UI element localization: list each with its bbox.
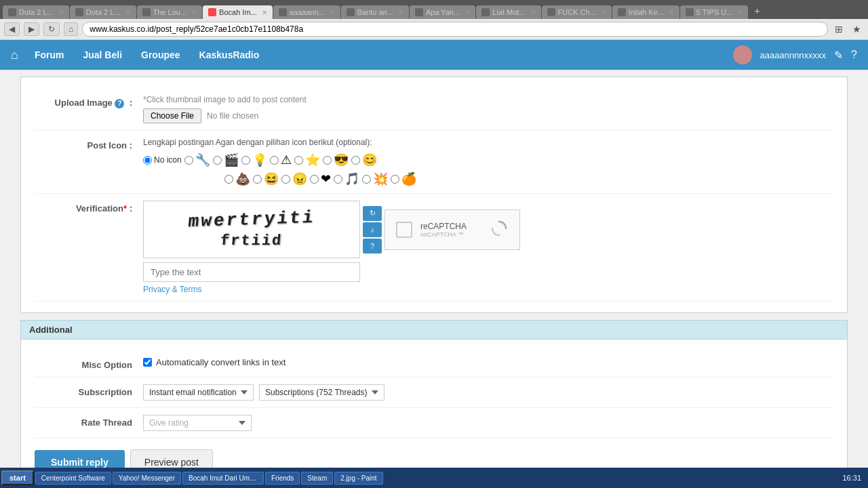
- laugh-icon: 😆: [264, 171, 279, 186]
- taskbar-item-4[interactable]: Steam: [301, 472, 333, 485]
- recaptcha-checkbox[interactable]: [396, 222, 412, 238]
- captcha-refresh-button[interactable]: ↻: [363, 206, 382, 221]
- rate-thread-content: Give rating: [143, 415, 833, 431]
- rate-thread-row: Rate Thread Give rating: [35, 408, 833, 439]
- film-icon: 🎬: [224, 152, 239, 167]
- radio-orange[interactable]: [391, 175, 399, 184]
- content-panel: Upload Image ? : *Click thumbnail image …: [20, 77, 848, 313]
- icon-warn[interactable]: ⚠: [270, 152, 292, 167]
- icon-cool[interactable]: 😎: [323, 152, 349, 167]
- edit-icon[interactable]: ✎: [834, 49, 843, 62]
- browser-tab-3[interactable]: Bocah Im...✕: [203, 5, 273, 19]
- auto-convert-checkbox[interactable]: [143, 358, 152, 367]
- nav-jualbeli[interactable]: Jual Beli: [80, 49, 125, 60]
- taskbar-item-0[interactable]: Centerpoint Software: [35, 472, 111, 485]
- upload-image-row: Upload Image ? : *Click thumbnail image …: [35, 88, 833, 131]
- username: aaaaannnnxxxxx: [760, 50, 827, 60]
- icon-fire[interactable]: 💥: [362, 171, 388, 186]
- music-icon: 🎵: [344, 171, 359, 186]
- taskbar-item-5[interactable]: 2.jpg - Paint: [334, 472, 382, 485]
- browser-tab-9[interactable]: Inilah Ke...✕: [612, 5, 679, 19]
- icon-smile[interactable]: 😊: [351, 152, 377, 167]
- subscription-threads-select[interactable]: Subscriptions (752 Threads): [259, 384, 384, 401]
- rate-thread-select[interactable]: Give rating: [143, 415, 252, 431]
- subscription-type-select[interactable]: Instant email notification: [143, 384, 254, 401]
- nav-kaskusradio[interactable]: KaskusRadio: [197, 49, 262, 60]
- icon-film[interactable]: 🎬: [213, 152, 239, 167]
- angry-icon: 😠: [292, 171, 307, 186]
- browser-tab-5[interactable]: Bantu an...✕: [341, 5, 409, 19]
- captcha-text-2: frtiid: [220, 232, 283, 249]
- radio-bulb[interactable]: [241, 156, 250, 165]
- browser-tab-1[interactable]: Dota 2 L...✕: [70, 5, 136, 19]
- captcha-help-button[interactable]: ?: [363, 239, 382, 253]
- icon-star[interactable]: ⭐: [294, 152, 320, 167]
- upload-image-label: Upload Image ? :: [35, 95, 143, 108]
- navbar: ⌂ Forum Jual Beli Groupee KaskusRadio aa…: [0, 40, 868, 70]
- taskbar-item-1[interactable]: Yahoo! Messenger: [113, 472, 181, 485]
- choose-file-button[interactable]: Choose File: [143, 108, 201, 123]
- reload-button[interactable]: ↻: [43, 22, 60, 36]
- captcha-input[interactable]: [143, 262, 360, 282]
- icon-angry[interactable]: 😠: [281, 171, 307, 186]
- radio-fire[interactable]: [362, 175, 371, 184]
- recaptcha-box: reCAPTCHA noCAPTCHA ™: [384, 209, 520, 250]
- home-nav-button[interactable]: ⌂: [64, 22, 78, 36]
- taskbar-time: 16:31: [837, 474, 867, 482]
- radio-warn[interactable]: [270, 156, 279, 165]
- browser-tab-10[interactable]: 5 TIPS U...✕: [680, 5, 749, 19]
- icon-no-icon[interactable]: No icon: [143, 155, 182, 165]
- radio-music[interactable]: [334, 175, 342, 184]
- browser-tab-6[interactable]: Apa Yan...✕: [410, 5, 475, 19]
- icon-orange[interactable]: 🍊: [391, 171, 416, 186]
- radio-angry[interactable]: [281, 175, 290, 184]
- icon-poop[interactable]: 💩: [224, 171, 250, 186]
- icon-wrench[interactable]: 🔧: [184, 152, 210, 167]
- recaptcha-label: reCAPTCHA: [420, 222, 481, 231]
- radio-smile[interactable]: [351, 156, 360, 165]
- help-icon[interactable]: ?: [851, 49, 857, 61]
- icon-row-2: 💩 😆 😠 ❤ 🎵 💥 🍊: [224, 171, 833, 186]
- taskbar-item-2[interactable]: Bocah Imut Dari Umur...: [182, 472, 264, 485]
- icon-laugh[interactable]: 😆: [253, 171, 279, 186]
- browser-tab-7[interactable]: Liat Mot...✕: [476, 5, 540, 19]
- captcha-audio-button[interactable]: ♪: [363, 222, 382, 237]
- icon-heart[interactable]: ❤: [310, 171, 331, 186]
- upload-help-icon[interactable]: ?: [115, 99, 124, 108]
- browser-tab-2[interactable]: The Lou...✕: [137, 5, 203, 19]
- browser-tab-4[interactable]: aaaaann...✕: [273, 5, 340, 19]
- nav-forum[interactable]: Forum: [32, 49, 67, 60]
- home-icon[interactable]: ⌂: [11, 48, 18, 62]
- recaptcha-icon: [490, 219, 509, 240]
- nav-groupee[interactable]: Groupee: [138, 49, 183, 60]
- captcha-wrapper: mwertryiti frtiid ↻ ♪ ?: [143, 201, 520, 282]
- browser-tab-8[interactable]: FUCK Ch...✕: [542, 5, 612, 19]
- subscription-row: Subscription Instant email notification …: [35, 378, 833, 408]
- browser-chrome: Dota 2 L...✕Dota 2 L...✕The Lou...✕Bocah…: [0, 0, 868, 40]
- taskbar-item-3[interactable]: Friends: [265, 472, 300, 485]
- radio-no-icon[interactable]: [143, 156, 152, 165]
- grid-button[interactable]: ⊞: [832, 22, 846, 36]
- new-tab-button[interactable]: +: [749, 3, 765, 19]
- back-button[interactable]: ◀: [4, 22, 20, 36]
- warn-icon: ⚠: [281, 152, 292, 167]
- radio-star[interactable]: [294, 156, 303, 165]
- forward-button[interactable]: ▶: [24, 22, 39, 36]
- radio-heart[interactable]: [310, 175, 319, 184]
- radio-cool[interactable]: [323, 156, 332, 165]
- smile-icon: 😊: [362, 152, 377, 167]
- radio-wrench[interactable]: [184, 156, 193, 165]
- icon-bulb[interactable]: 💡: [241, 152, 267, 167]
- icon-music[interactable]: 🎵: [334, 171, 359, 186]
- radio-poop[interactable]: [224, 175, 233, 184]
- address-bar[interactable]: [82, 22, 828, 37]
- radio-film[interactable]: [213, 156, 222, 165]
- poop-icon: 💩: [235, 171, 250, 186]
- start-button[interactable]: start: [1, 470, 34, 485]
- privacy-terms-link[interactable]: Privacy & Terms: [143, 285, 833, 294]
- browser-tab-0[interactable]: Dota 2 L...✕: [3, 5, 69, 19]
- radio-laugh[interactable]: [253, 175, 262, 184]
- star-button[interactable]: ★: [850, 22, 864, 36]
- post-icon-content: Lengkapi postingan Agan dengan pilihan i…: [143, 138, 833, 186]
- additional-section: Additional Misc Option Automatically con…: [20, 320, 848, 488]
